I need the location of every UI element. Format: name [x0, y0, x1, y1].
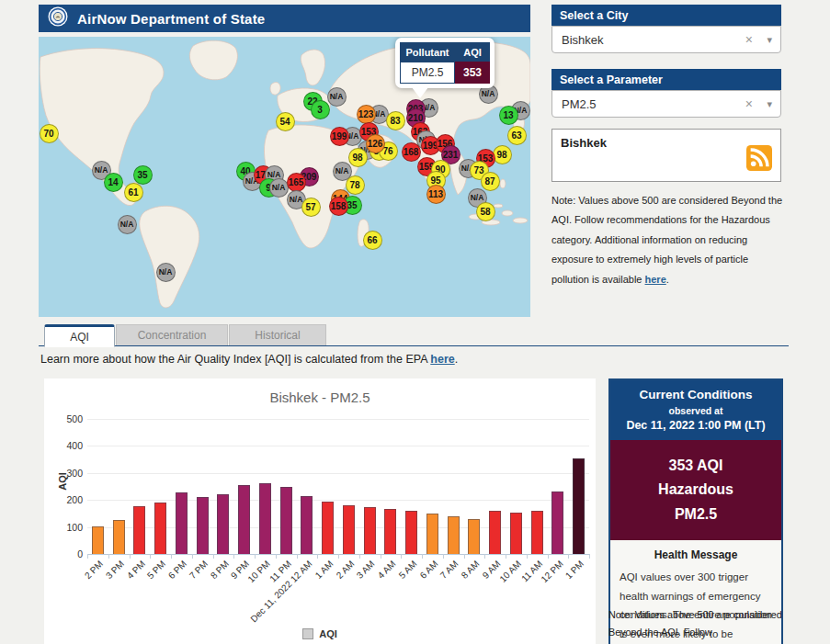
map-marker[interactable]: 3	[311, 100, 330, 119]
learn-more-text: Learn more about how the Air Quality Ind…	[40, 353, 458, 366]
y-tick-label: 200	[55, 494, 83, 505]
chart-bar[interactable]	[280, 487, 292, 554]
tab-concentration[interactable]: Concentration	[116, 324, 228, 345]
x-axis-tick	[589, 554, 590, 559]
epa-here-link[interactable]: here	[430, 353, 454, 366]
map-marker[interactable]: 57	[301, 198, 321, 217]
sidebar-note-suffix: .	[666, 274, 669, 285]
current-conditions-title: Current Conditions	[616, 388, 776, 401]
map-marker[interactable]: 66	[363, 231, 382, 250]
map-marker[interactable]: 165	[287, 173, 306, 192]
chart-bar[interactable]	[113, 520, 125, 554]
chart-bar[interactable]	[448, 516, 460, 554]
chart-bar[interactable]	[92, 526, 104, 554]
aqi-status-box: 353 AQI Hazardous PM2.5	[610, 440, 781, 540]
chart-bar[interactable]	[217, 494, 229, 554]
map-marker[interactable]: 35	[133, 165, 153, 185]
y-tick-label: 300	[55, 468, 83, 479]
parameter-select-value: PM2.5	[562, 97, 597, 111]
tooltip-pollutant-value: PM2.5	[400, 62, 455, 84]
x-axis-labels: 2 PM3 PM4 PM5 PM6 PM7 PM8 PM9 PM10 PM11 …	[87, 559, 589, 632]
chart-bar[interactable]	[343, 505, 355, 554]
clear-icon[interactable]: ×	[745, 96, 753, 111]
chart-bar[interactable]	[197, 497, 209, 554]
note-here-link[interactable]: here	[645, 274, 666, 285]
tooltip-aqi-header: AQI	[455, 42, 490, 62]
legend-label: AQI	[319, 628, 337, 639]
map-marker[interactable]: 83	[386, 111, 405, 130]
map-marker[interactable]: 13	[499, 106, 518, 125]
chart-bar[interactable]	[133, 506, 145, 554]
map-marker[interactable]: 63	[507, 126, 527, 145]
map-marker[interactable]: 98	[348, 148, 368, 167]
map-marker[interactable]: 87	[481, 172, 500, 191]
tab-historical[interactable]: Historical	[229, 324, 326, 345]
map-marker[interactable]: 168	[402, 142, 421, 162]
chart-bar[interactable]	[176, 492, 188, 554]
chart-bar[interactable]	[510, 513, 522, 554]
app-header: AirNow Department of State	[39, 5, 530, 32]
chart-bar[interactable]	[531, 511, 543, 554]
chevron-down-icon[interactable]: ▾	[767, 34, 772, 46]
city-feed-box: Bishkek	[551, 129, 781, 182]
chart-bar[interactable]	[384, 509, 396, 554]
map-marker[interactable]: 70	[40, 124, 59, 143]
learn-more-prefix: Learn more about how the Air Quality Ind…	[40, 353, 430, 366]
map-marker[interactable]: N/A	[327, 87, 347, 107]
map-marker[interactable]: 14	[104, 173, 123, 192]
observed-at-label: observed at	[616, 405, 776, 416]
map-marker[interactable]: 123	[357, 105, 376, 124]
learn-more-suffix: .	[455, 353, 458, 366]
chart-bar[interactable]	[238, 485, 250, 554]
chart-bar[interactable]	[426, 514, 438, 554]
map-marker[interactable]: 113	[426, 185, 446, 204]
current-conditions-note: Note: Values above 500 are considered Be…	[608, 606, 787, 644]
tab-aqi[interactable]: AQI	[44, 324, 115, 347]
map-marker[interactable]: 58	[476, 202, 495, 221]
map-marker[interactable]: 126	[366, 134, 385, 153]
chevron-down-icon[interactable]: ▾	[767, 98, 772, 110]
map-marker[interactable]: N/A	[156, 263, 176, 282]
rss-feed-icon[interactable]	[746, 145, 772, 175]
gridline	[87, 473, 589, 474]
y-axis-ticks: 0100200300400500	[55, 419, 83, 554]
chart-bar[interactable]	[154, 503, 166, 554]
select-city-header: Select a City	[551, 5, 781, 26]
chart-bar[interactable]	[259, 483, 271, 554]
map-marker[interactable]: N/A	[118, 215, 137, 234]
tooltip-pointer	[412, 87, 428, 98]
clear-icon[interactable]: ×	[745, 32, 753, 47]
x-axis-label-text: 7 PM	[188, 559, 210, 581]
map-marker[interactable]: N/A	[269, 178, 289, 198]
aqi-bar-chart: Bishkek - PM2.5 AQI 0100200300400500 2 P…	[44, 378, 596, 644]
chart-bar[interactable]	[551, 491, 563, 554]
sidebar-note: Note: Values above 500 are considered Be…	[551, 191, 785, 289]
x-axis-label-text: 10 AM	[497, 559, 523, 584]
x-axis-label-text: 12 PM	[539, 559, 564, 584]
gridline	[87, 500, 589, 501]
x-axis-label-text: 11 AM	[519, 559, 544, 583]
chart-bar[interactable]	[301, 496, 313, 554]
map-marker[interactable]: 98	[493, 145, 512, 164]
y-tick-label: 100	[55, 522, 83, 533]
plot-area	[87, 419, 589, 554]
chart-bar[interactable]	[468, 519, 480, 554]
map-marker[interactable]: 158	[329, 197, 348, 216]
chart-bar[interactable]	[364, 507, 376, 554]
map-marker[interactable]: 61	[124, 183, 143, 202]
page-title: AirNow Department of State	[77, 11, 265, 27]
chart-bar[interactable]	[405, 511, 417, 554]
map-marker[interactable]: 54	[276, 112, 295, 131]
x-axis-label-text: 3 AM	[355, 559, 377, 581]
map-marker[interactable]: 199	[330, 127, 349, 146]
map-marker[interactable]: 78	[346, 175, 365, 195]
x-axis-label-text: 4 PM	[124, 559, 146, 581]
parameter-select[interactable]: PM2.5 × ▾	[551, 90, 781, 118]
sidebar-note-text: Note: Values above 500 are considered Be…	[551, 195, 782, 285]
world-map[interactable]: N/A14356170N/AN/A54N/A223N/A12383N/A1991…	[39, 37, 530, 317]
chart-bar[interactable]	[489, 511, 501, 554]
city-select[interactable]: Bishkek × ▾	[551, 26, 781, 53]
chart-legend: AQI	[44, 628, 596, 639]
chart-bar[interactable]	[322, 502, 334, 554]
chart-bar[interactable]	[573, 458, 585, 554]
